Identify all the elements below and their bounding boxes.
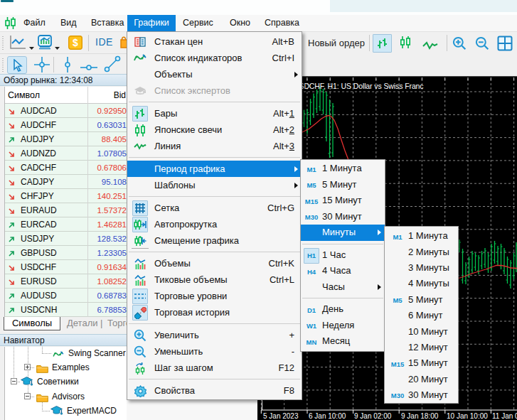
svg-text:$: $ (73, 37, 78, 48)
